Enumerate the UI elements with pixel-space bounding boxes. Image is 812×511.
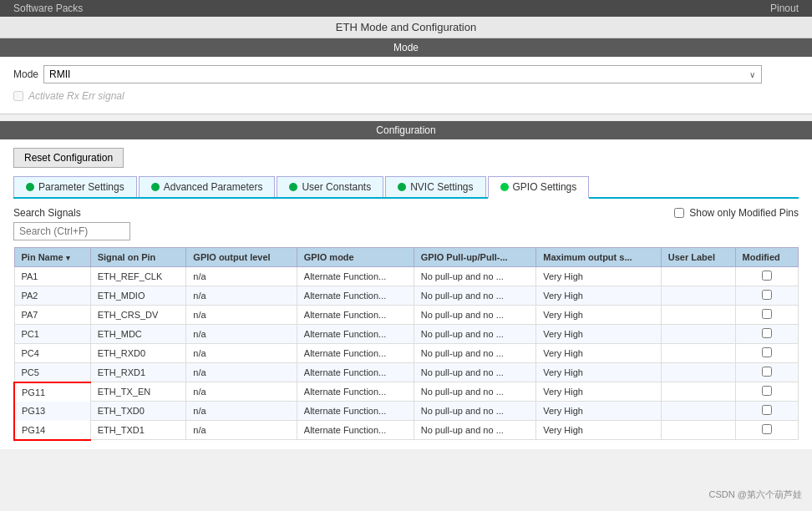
cell-gpio-mode: Alternate Function... — [297, 286, 414, 306]
tab-label-user-constants: User Constants — [302, 181, 371, 193]
cell-gpio-pull: No pull-up and no ... — [414, 382, 536, 402]
cell-modified — [735, 286, 798, 306]
cell-gpio-pull: No pull-up and no ... — [414, 363, 536, 382]
cell-max-speed: Very High — [536, 382, 662, 402]
tab-bar: Parameter Settings Advanced Parameters U… — [13, 176, 799, 199]
tab-parameter-settings[interactable]: Parameter Settings — [13, 176, 137, 197]
cell-gpio-pull: No pull-up and no ... — [414, 306, 536, 325]
cell-gpio-level: n/a — [186, 325, 297, 344]
tab-label-nvic: NVIC Settings — [410, 181, 473, 193]
cell-gpio-mode: Alternate Function... — [297, 325, 414, 344]
config-body: Reset Configuration Parameter Settings A… — [0, 139, 812, 449]
pinout-label: Pinout — [770, 3, 799, 14]
mode-section-body: Mode RMII Activate Rx Err signal — [0, 57, 812, 114]
col-max-speed[interactable]: Maximum output s... — [536, 248, 662, 267]
cell-modified — [735, 306, 798, 325]
cell-user-label — [661, 402, 735, 421]
cell-modified — [735, 267, 798, 286]
cell-pin-name: PG11 — [14, 382, 90, 402]
cell-max-speed: Very High — [536, 344, 662, 363]
cell-gpio-mode: Alternate Function... — [297, 306, 414, 325]
col-gpio-mode[interactable]: GPIO mode — [297, 248, 414, 267]
col-pin-name[interactable]: Pin Name ▾ — [14, 248, 90, 267]
modified-checkbox[interactable] — [762, 405, 772, 415]
modified-checkbox[interactable] — [762, 367, 772, 377]
cell-user-label — [661, 286, 735, 306]
tab-label-advanced: Advanced Parameters — [164, 181, 263, 193]
show-modified-checkbox[interactable] — [674, 208, 684, 218]
col-gpio-pull[interactable]: GPIO Pull-up/Pull-... — [414, 248, 536, 267]
col-gpio-level[interactable]: GPIO output level — [186, 248, 297, 267]
modified-checkbox[interactable] — [762, 290, 772, 300]
config-section-header: Configuration — [0, 121, 812, 139]
modified-checkbox[interactable] — [762, 386, 772, 396]
cell-gpio-pull: No pull-up and no ... — [414, 325, 536, 344]
show-modified-row: Show only Modified Pins — [674, 207, 799, 219]
cell-gpio-level: n/a — [186, 382, 297, 402]
activate-rx-checkbox[interactable] — [13, 91, 23, 101]
reset-configuration-button[interactable]: Reset Configuration — [13, 148, 124, 168]
cell-signal: ETH_TXD0 — [90, 402, 186, 421]
cell-gpio-mode: Alternate Function... — [297, 363, 414, 382]
tab-nvic-settings[interactable]: NVIC Settings — [385, 176, 485, 197]
cell-max-speed: Very High — [536, 286, 662, 306]
cell-signal: ETH_MDIO — [90, 286, 186, 306]
cell-gpio-level: n/a — [186, 363, 297, 382]
cell-modified — [735, 421, 798, 440]
col-modified[interactable]: Modified — [735, 248, 798, 267]
cell-user-label — [661, 421, 735, 440]
cell-gpio-level: n/a — [186, 402, 297, 421]
table-row: PC5ETH_RXD1n/aAlternate Function...No pu… — [14, 363, 799, 382]
table-row: PA1ETH_REF_CLKn/aAlternate Function...No… — [14, 267, 799, 286]
window-title: ETH Mode and Configuration — [0, 17, 812, 38]
modified-checkbox[interactable] — [762, 328, 772, 338]
mode-select-wrapper: RMII — [43, 65, 762, 83]
sort-icon-pin: ▾ — [66, 254, 70, 262]
activate-rx-label: Activate Rx Err signal — [28, 90, 124, 102]
cell-signal: ETH_MDC — [90, 325, 186, 344]
cell-gpio-pull: No pull-up and no ... — [414, 402, 536, 421]
search-row: Search Signals Show only Modified Pins — [13, 207, 799, 240]
cell-signal: ETH_RXD1 — [90, 363, 186, 382]
cell-user-label — [661, 325, 735, 344]
mode-select[interactable]: RMII — [43, 65, 762, 83]
table-row: PA2ETH_MDIOn/aAlternate Function...No pu… — [14, 286, 799, 306]
cell-gpio-level: n/a — [186, 267, 297, 286]
cell-pin-name: PC4 — [14, 344, 90, 363]
table-header-row: Pin Name ▾ Signal on Pin GPIO output lev… — [14, 248, 799, 267]
cell-signal: ETH_REF_CLK — [90, 267, 186, 286]
tab-user-constants[interactable]: User Constants — [277, 176, 383, 197]
cell-signal: ETH_CRS_DV — [90, 306, 186, 325]
cell-gpio-pull: No pull-up and no ... — [414, 344, 536, 363]
tab-icon-gpio — [500, 183, 509, 191]
cell-max-speed: Very High — [536, 325, 662, 344]
cell-signal: ETH_RXD0 — [90, 344, 186, 363]
cell-pin-name: PA2 — [14, 286, 90, 306]
tab-icon-user-constants — [289, 183, 297, 191]
tab-advanced-parameters[interactable]: Advanced Parameters — [139, 176, 276, 197]
modified-checkbox[interactable] — [762, 271, 772, 281]
cell-gpio-level: n/a — [186, 286, 297, 306]
modified-checkbox[interactable] — [762, 347, 772, 357]
cell-pin-name: PG13 — [14, 402, 90, 421]
table-row: PC4ETH_RXD0n/aAlternate Function...No pu… — [14, 344, 799, 363]
tab-gpio-settings[interactable]: GPIO Settings — [488, 176, 590, 199]
table-row: PG14ETH_TXD1n/aAlternate Function...No p… — [14, 421, 799, 440]
cell-gpio-mode: Alternate Function... — [297, 344, 414, 363]
gpio-table: Pin Name ▾ Signal on Pin GPIO output lev… — [13, 247, 799, 441]
cell-user-label — [661, 267, 735, 286]
cell-gpio-pull: No pull-up and no ... — [414, 421, 536, 440]
modified-checkbox[interactable] — [762, 424, 772, 434]
table-row: PG13ETH_TXD0n/aAlternate Function...No p… — [14, 402, 799, 421]
modified-checkbox[interactable] — [762, 309, 772, 319]
col-user-label[interactable]: User Label — [661, 248, 735, 267]
spacer — [0, 114, 812, 121]
activate-rx-row: Activate Rx Err signal — [13, 90, 799, 102]
tab-label-gpio: GPIO Settings — [513, 181, 577, 193]
cell-user-label — [661, 382, 735, 402]
cell-gpio-mode: Alternate Function... — [297, 421, 414, 440]
search-input[interactable] — [13, 222, 130, 240]
tab-icon-parameter — [26, 183, 34, 191]
col-signal[interactable]: Signal on Pin — [90, 248, 186, 267]
table-row: PA7ETH_CRS_DVn/aAlternate Function...No … — [14, 306, 799, 325]
